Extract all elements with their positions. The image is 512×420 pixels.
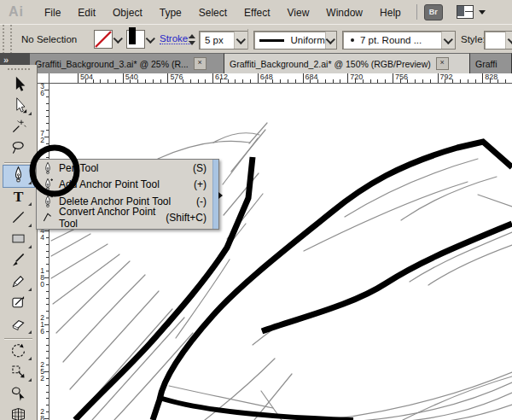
menu-help[interactable]: Help — [371, 3, 410, 22]
stepper-down-icon[interactable] — [189, 41, 195, 45]
pen-nib-icon — [37, 161, 59, 175]
control-bar-separator — [247, 29, 248, 50]
brush-dropdown-arrow[interactable] — [441, 32, 455, 49]
hruler-label: 828 — [485, 73, 497, 81]
menu-select[interactable]: Select — [190, 3, 236, 22]
pen-nib-minus-icon — [37, 195, 59, 208]
scale-icon — [9, 363, 27, 384]
rotate-icon — [9, 341, 27, 363]
uniform-profile-preview — [259, 39, 284, 42]
menu-view[interactable]: View — [279, 3, 318, 22]
stroke-color-control[interactable] — [126, 25, 156, 54]
tab-close-icon[interactable]: × — [436, 57, 449, 70]
stroke-width-combo[interactable]: 5 px — [199, 31, 248, 50]
stroke-panel-link[interactable]: Stroke: — [160, 33, 190, 44]
hruler-label: 756 — [395, 73, 408, 81]
workspace-switcher-button[interactable] — [457, 5, 486, 19]
tool-paintbrush[interactable] — [3, 251, 34, 272]
flyout-item-label: Convert Anchor Point Tool — [59, 206, 159, 230]
hruler-label: 540 — [125, 73, 138, 81]
eraser-icon — [9, 315, 27, 336]
tool-eraser[interactable] — [3, 315, 34, 336]
stroke-width-stepper[interactable] — [187, 31, 196, 48]
menu-type[interactable]: Type — [151, 3, 190, 22]
profile-dropdown-arrow[interactable] — [325, 32, 336, 49]
bridge-button[interactable]: Br — [424, 4, 443, 20]
pencil-icon — [9, 272, 27, 294]
document-tab-3[interactable]: Graffi — [470, 53, 512, 73]
tools-panel-grip[interactable] — [8, 68, 30, 70]
perspective-grid-icon — [9, 405, 27, 420]
menu-object[interactable]: Object — [104, 3, 151, 22]
canvas[interactable] — [49, 84, 512, 420]
brush-definition-combo[interactable]: 7 pt. Round ... — [342, 31, 456, 50]
style-dropdown-arrow[interactable] — [505, 32, 512, 49]
width-profile-combo[interactable]: Uniform — [253, 31, 337, 50]
document-tab-bar: » Graffiti_Background_3.ai* @ 25% (R...×… — [0, 53, 512, 73]
pen-nib-icon — [9, 166, 27, 187]
stroke-dropdown-arrow[interactable] — [145, 30, 156, 49]
control-bar-grip[interactable] — [3, 25, 12, 54]
type-icon: T — [9, 187, 27, 208]
tool-selection[interactable] — [3, 75, 34, 96]
tool-shape-builder[interactable] — [3, 384, 34, 405]
tool-line-segment[interactable] — [3, 208, 34, 230]
app-logo: Ai — [9, 4, 24, 20]
flyout-menu-items: Pen Tool(S)Add Anchor Point Tool(+)Delet… — [37, 160, 218, 226]
vruler-label: 216 — [38, 314, 46, 335]
magic-wand-icon — [9, 118, 27, 139]
graffiti-artwork — [49, 84, 512, 420]
flyout-item-shortcut: (S) — [193, 162, 207, 174]
document-tab-1[interactable]: Graffiti_Background_3.ai* @ 25% (R...× — [30, 53, 224, 73]
fill-color-control[interactable] — [94, 25, 124, 54]
tool-rotate[interactable] — [3, 341, 34, 363]
chevron-down-icon — [479, 10, 486, 15]
tab-close-icon[interactable]: × — [194, 57, 207, 70]
pen-tool-flyout-menu: Pen Tool(S)Add Anchor Point Tool(+)Delet… — [36, 159, 219, 230]
menu-edit[interactable]: Edit — [69, 3, 104, 22]
menu-window[interactable]: Window — [317, 3, 371, 22]
selection-status: No Selection — [21, 25, 77, 54]
flyout-item-convert-anchor-point-tool[interactable]: Convert Anchor Point Tool(Shift+C) — [37, 210, 218, 227]
stroke-black-swatch[interactable] — [126, 30, 145, 49]
tool-scale[interactable] — [3, 363, 34, 384]
control-bar: No Selection Stroke: 5 px Uniform — [0, 24, 512, 55]
line-icon — [9, 208, 27, 230]
tool-type[interactable]: T — [3, 187, 34, 208]
fill-none-swatch[interactable] — [94, 30, 113, 49]
tool-rectangle[interactable] — [3, 230, 34, 251]
tool-lasso[interactable] — [3, 139, 34, 160]
hruler-label: 792 — [440, 73, 453, 81]
tool-pen[interactable] — [3, 166, 34, 187]
tool-pencil[interactable] — [3, 272, 34, 294]
menu-effect[interactable]: Effect — [236, 3, 278, 22]
fill-dropdown-arrow[interactable] — [113, 30, 124, 49]
hruler-label: 504 — [80, 73, 93, 81]
flyout-item-label: Add Anchor Point Tool — [59, 178, 187, 190]
tool-group-divider — [4, 338, 32, 340]
flyout-tearoff-strip[interactable] — [212, 160, 218, 229]
vruler-label: 180 — [38, 267, 46, 288]
vruler-label: 288 — [38, 408, 46, 420]
lasso-icon — [9, 139, 27, 160]
tool-magic-wand[interactable] — [3, 118, 34, 139]
tab-title: Graffiti_Background_3.ai* @ 25% (R... — [35, 59, 189, 69]
tools-panel-collapse-icon[interactable]: » — [3, 55, 8, 65]
svg-text:T: T — [14, 188, 24, 205]
tool-perspective-grid[interactable] — [3, 405, 34, 420]
menubar-separator — [416, 4, 417, 20]
tool-direct-selection[interactable] — [3, 96, 34, 118]
tools-panel: T — [0, 65, 38, 420]
graphic-style-combo[interactable] — [484, 31, 512, 50]
stepper-up-icon[interactable] — [189, 34, 195, 38]
hruler-label: 720 — [350, 73, 363, 81]
stroke-width-dropdown-arrow[interactable] — [234, 32, 247, 49]
vruler-label: 36 — [38, 84, 46, 96]
pen-nib-plus-icon — [37, 178, 59, 191]
flyout-item-add-anchor-point-tool[interactable]: Add Anchor Point Tool(+) — [37, 177, 218, 194]
document-tab-2[interactable]: Graffiti_Background_2.ai* @ 150% (RGB/Pr… — [224, 53, 470, 73]
tool-blob-brush[interactable] — [3, 294, 34, 315]
menu-file[interactable]: File — [36, 3, 69, 22]
flyout-item-pen-tool[interactable]: Pen Tool(S) — [37, 160, 218, 177]
hruler-label: 684 — [305, 73, 318, 81]
